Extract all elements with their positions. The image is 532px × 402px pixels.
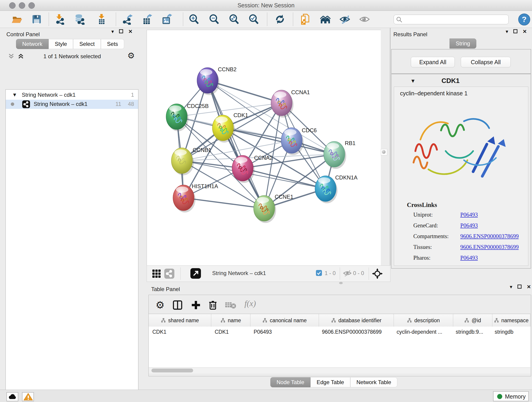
table-row[interactable]: CDK1CDK1P064939606.ENSP00000378699cyclin…	[149, 327, 530, 337]
toolbar-separator	[49, 13, 49, 26]
memory-green-dot-icon	[497, 394, 502, 399]
new-network-from-selection-icon[interactable]	[300, 14, 311, 25]
table-settings-gear-icon[interactable]: ⚙	[156, 299, 165, 311]
tab-node-table[interactable]: Node Table	[270, 377, 310, 387]
tab-style[interactable]: Style	[49, 39, 73, 49]
add-column-icon[interactable]	[191, 300, 201, 311]
delete-table-icon[interactable]	[225, 301, 237, 310]
export-image-icon[interactable]	[161, 14, 172, 25]
network-node[interactable]: CDKN1A	[315, 174, 357, 203]
column-header-description[interactable]: description	[394, 314, 453, 327]
network-node[interactable]: CCNB2	[197, 66, 236, 95]
column-header-namespace[interactable]: namespace	[492, 314, 530, 327]
zoom-selected-icon[interactable]	[248, 14, 259, 25]
column-type-icon	[331, 318, 336, 323]
tab-sets[interactable]: Sets	[101, 39, 124, 49]
table-hscrollbar[interactable]	[149, 367, 530, 374]
birdseye-view-icon[interactable]	[372, 268, 383, 280]
crosslink-link[interactable]: 9606.ENSP00000378699	[460, 233, 519, 240]
network-view-dot-icon	[11, 102, 14, 106]
collapse-all-networks-icon[interactable]	[8, 53, 15, 61]
grid-view-icon[interactable]	[152, 269, 161, 279]
table-body	[149, 337, 530, 367]
panel-float-icon[interactable]	[513, 29, 518, 34]
splitter-handle[interactable]	[381, 149, 387, 155]
network-row-selected[interactable]: String Network – cdk1 11 48	[6, 100, 138, 109]
hide-selected-icon[interactable]	[339, 14, 350, 25]
help-button[interactable]: ?	[518, 13, 530, 26]
fit-content-icon[interactable]	[229, 14, 240, 25]
hscrollbar-thumb[interactable]	[152, 369, 193, 372]
network-node[interactable]: RB1	[324, 140, 355, 169]
network-node[interactable]: CCNA1	[271, 89, 310, 118]
column-header-shared-name[interactable]: shared name	[149, 314, 211, 327]
delete-column-icon[interactable]	[208, 300, 218, 311]
show-all-icon[interactable]	[359, 14, 370, 25]
hidden-eye-icon[interactable]	[343, 269, 352, 278]
column-header-database-identifier[interactable]: database identifier	[319, 314, 394, 327]
toolbar-separator	[267, 13, 267, 26]
network-options-gear-icon[interactable]: ⚙	[127, 51, 135, 61]
search-input[interactable]	[394, 15, 509, 24]
horizontal-splitter-handle[interactable]	[339, 282, 343, 284]
column-header-name[interactable]: name	[211, 314, 250, 327]
panel-close-icon[interactable]: ✕	[128, 29, 133, 34]
table-cell: stringdb	[491, 327, 529, 337]
export-network-icon[interactable]	[122, 14, 133, 25]
network-node[interactable]: CCNE1	[254, 194, 293, 223]
tab-select[interactable]: Select	[73, 39, 101, 49]
tab-edge-table[interactable]: Edge Table	[310, 377, 350, 387]
zoom-out-icon[interactable]	[209, 14, 220, 25]
tab-network[interactable]: Network	[16, 39, 49, 49]
open-session-icon[interactable]	[12, 14, 22, 25]
protein-disclosure-icon[interactable]: ▼	[410, 78, 416, 84]
network-node[interactable]: CCNB1	[171, 147, 211, 175]
panel-float-icon[interactable]	[119, 29, 123, 34]
network-node[interactable]: CDK1	[212, 112, 248, 143]
panel-close-icon[interactable]: ✕	[523, 29, 527, 34]
expand-all-button[interactable]: Expand All	[411, 57, 455, 67]
crosslink-link[interactable]: P06493	[460, 211, 478, 218]
show-columns-icon[interactable]	[172, 300, 183, 311]
tab-network-table[interactable]: Network Table	[350, 377, 398, 387]
column-type-icon	[407, 318, 412, 323]
import-network-from-database-icon[interactable]	[74, 14, 85, 25]
memory-status-button[interactable]: Memory	[493, 391, 529, 401]
expand-all-networks-icon[interactable]	[17, 53, 24, 61]
warning-status-button[interactable]	[22, 392, 34, 401]
network-edge[interactable]	[184, 198, 264, 208]
table-cell: P06493	[250, 327, 318, 337]
detach-view-icon[interactable]	[190, 268, 201, 279]
crosslink-link[interactable]: P06493	[460, 222, 478, 229]
network-node[interactable]: CDC25B	[166, 103, 209, 131]
panel-menu-icon[interactable]: ▾	[111, 29, 114, 34]
panel-float-icon[interactable]	[517, 284, 522, 290]
network-svg: CCNB2CCNA1CDC25BCDK1CDC6RB1CCNB1CCNA2CDK…	[147, 30, 381, 266]
collection-disclosure-icon[interactable]: ▼	[12, 92, 17, 98]
first-neighbors-icon[interactable]	[320, 14, 331, 25]
zoom-in-icon[interactable]	[189, 14, 200, 25]
tab-string[interactable]: String	[450, 38, 476, 49]
apply-function-icon[interactable]: f(x)	[244, 299, 256, 308]
table-tabs: Node TableEdge TableNetwork Table	[270, 377, 397, 387]
selected-checkbox-icon[interactable]	[316, 270, 322, 276]
crosslink-link[interactable]: P06493	[460, 255, 478, 261]
crosslink-link[interactable]: 9606.ENSP00000378699	[460, 244, 519, 250]
network-canvas[interactable]: CCNB2CCNA1CDC25BCDK1CDC6RB1CCNB1CCNA2CDK…	[147, 30, 381, 266]
network-collection-row[interactable]: ▼ String Network – cdk1 1	[6, 90, 138, 100]
collapse-all-button[interactable]: Collapse All	[461, 57, 511, 67]
column-header-canonical-name[interactable]: canonical name	[250, 314, 319, 327]
export-table-icon[interactable]	[142, 14, 152, 25]
panel-menu-icon[interactable]: ▾	[510, 284, 512, 289]
panel-close-icon[interactable]: ✕	[527, 284, 531, 289]
panel-menu-icon[interactable]: ▾	[506, 29, 508, 34]
save-session-icon[interactable]	[31, 14, 42, 25]
network-node[interactable]: CCNA2	[232, 155, 273, 183]
import-table-from-file-icon[interactable]	[96, 14, 107, 25]
network-view-type-icon[interactable]	[164, 269, 174, 279]
apply-layout-icon[interactable]	[274, 14, 285, 25]
network-node[interactable]: HIST1H1A	[173, 183, 218, 212]
cloud-status-button[interactable]	[6, 392, 18, 401]
import-network-from-file-icon[interactable]	[54, 14, 65, 25]
column-header-@id[interactable]: @id	[453, 314, 492, 327]
